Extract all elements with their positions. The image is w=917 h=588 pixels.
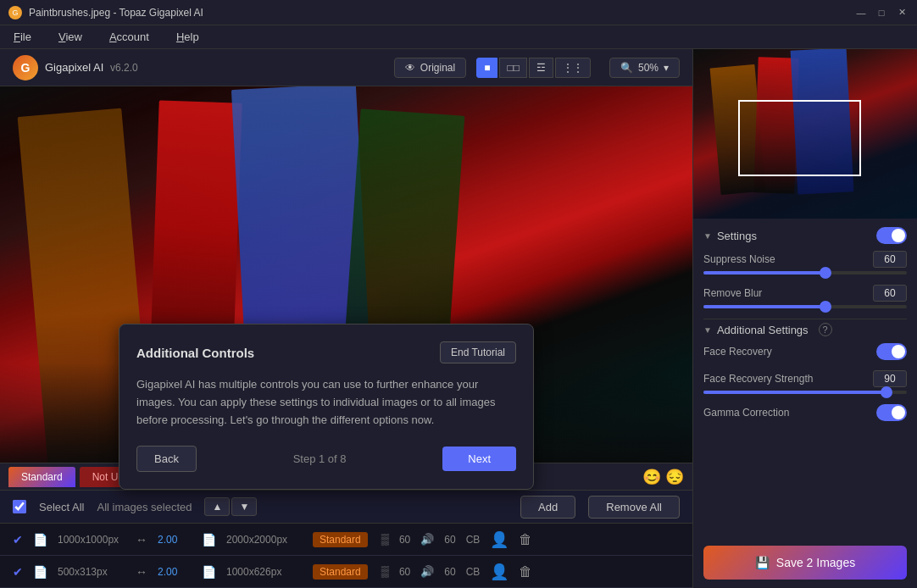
app-icon: G (8, 6, 22, 19)
row-preset-1[interactable]: Standard (313, 532, 368, 547)
minimize-button[interactable]: — (854, 6, 868, 19)
additional-settings-header[interactable]: ▼ Additional Settings ? (703, 323, 907, 336)
suppress-noise-value: 60 (873, 251, 907, 268)
chevron-down-icon: ▾ (664, 62, 669, 74)
tutorial-dialog: Additional Controls End Tutorial Gigapix… (119, 324, 534, 490)
face-recovery-strength-thumb[interactable] (881, 386, 892, 398)
suppress-noise-label-row: Suppress Noise 60 (703, 251, 907, 268)
gamma-correction-label-row: Gamma Correction (703, 404, 907, 421)
settings-toggle-switch[interactable] (876, 227, 907, 244)
settings-toggle (876, 227, 907, 244)
row-preset-2[interactable]: Standard (313, 564, 368, 580)
remove-blur-slider[interactable] (703, 305, 907, 308)
face-recovery-strength-slider[interactable] (703, 391, 907, 394)
face-recovery-strength-label-row: Face Recovery Strength 90 (703, 370, 907, 387)
row-checkbox-2[interactable]: ✔ (13, 565, 23, 579)
row-delete-button-1[interactable]: 🗑 (519, 532, 532, 547)
suppress-noise-thumb[interactable] (820, 267, 831, 279)
menu-account[interactable]: Account (104, 29, 154, 45)
table-row: ✔ 📄 500x313px ↔ 2.00 📄 1000x626px Standa… (0, 556, 692, 588)
face-recovery-row: Face Recovery (703, 343, 907, 360)
sort-down-button[interactable]: ▼ (231, 497, 257, 516)
version-label: v6.2.0 (110, 62, 138, 74)
titlebar-controls: — □ ✕ (854, 6, 909, 19)
view-split-v-button[interactable]: ☲ (529, 58, 553, 78)
end-tutorial-button[interactable]: End Tutorial (440, 341, 516, 363)
scale-icon-1: ↔ (136, 533, 147, 546)
face-recovery-label-row: Face Recovery (703, 343, 907, 360)
face-recovery-strength-row: Face Recovery Strength 90 (703, 370, 907, 394)
row-blur-2: 60 (444, 566, 455, 578)
row-output-size-1: 2000x2000px (226, 534, 303, 546)
remove-blur-thumb[interactable] (820, 301, 831, 313)
menu-help[interactable]: Help (171, 29, 204, 45)
row-scale-2: 2.00 (158, 566, 192, 578)
settings-header[interactable]: ▼ Settings (703, 227, 907, 244)
step-label: Step 1 of 8 (293, 452, 347, 465)
row-blur-1: 60 (444, 534, 455, 546)
row-delete-button-2[interactable]: 🗑 (519, 564, 532, 580)
sort-up-button[interactable]: ▲ (204, 497, 230, 516)
select-all-label: Select All (39, 501, 84, 513)
face-recovery-strength-fill (703, 391, 886, 394)
menu-view[interactable]: View (53, 29, 87, 45)
back-button[interactable]: Back (136, 446, 197, 472)
dialog-title: Additional Controls (136, 346, 254, 360)
menu-file[interactable]: File (8, 29, 36, 45)
happy-emoji[interactable]: 😊 (642, 468, 661, 486)
add-button[interactable]: Add (520, 496, 575, 519)
suppress-noise-fill (703, 271, 825, 275)
zoom-icon: 🔍 (620, 62, 633, 74)
zoom-button[interactable]: 🔍 50% ▾ (609, 58, 680, 78)
view-split-h-button[interactable]: □□ (499, 58, 527, 78)
row-scale-1: 2.00 (158, 534, 192, 546)
row-face-icon-1: 👤 (490, 530, 509, 549)
settings-panel: ▼ Settings Suppress Noise 60 Remove (693, 219, 917, 440)
row-checkbox-1[interactable]: ✔ (13, 533, 23, 546)
menubar: File View Account Help (0, 25, 917, 49)
titlebar-left: G Paintbrushes.jpeg - Topaz Gigapixel AI (8, 6, 203, 19)
row-input-size-1: 1000x1000px (58, 534, 125, 546)
settings-spacer (693, 440, 917, 537)
dialog-header: Additional Controls End Tutorial (136, 341, 516, 363)
main-container: G Gigapixel AI v6.2.0 👁 Original ■ □□ ☲ … (0, 49, 917, 588)
row-file-icon-2: 📄 (33, 565, 47, 579)
suppress-noise-slider[interactable] (703, 271, 907, 275)
divider-1 (703, 319, 907, 319)
original-button[interactable]: 👁 Original (394, 58, 466, 78)
images-list-bar: Select All All images selected ▲ ▼ Add R… (0, 490, 692, 524)
sad-emoji[interactable]: 😔 (665, 468, 684, 486)
maximize-button[interactable]: □ (875, 6, 888, 19)
gamma-correction-toggle[interactable] (876, 404, 907, 421)
thumb-bg (693, 49, 917, 219)
window-title: Paintbrushes.jpeg - Topaz Gigapixel AI (29, 7, 203, 19)
sort-buttons: ▲ ▼ (204, 497, 257, 516)
help-icon[interactable]: ? (819, 323, 832, 336)
selected-count-label: All images selected (97, 501, 192, 513)
face-recovery-toggle[interactable] (876, 343, 907, 360)
save-button[interactable]: 💾 Save 2 Images (703, 546, 907, 580)
gamma-correction-row: Gamma Correction (703, 404, 907, 421)
dialog-body: Gigapixel AI has multiple controls you c… (136, 376, 516, 429)
blur-icon-2: 🔊 (420, 565, 434, 578)
settings-chevron-icon: ▼ (703, 231, 712, 241)
view-single-button[interactable]: ■ (476, 58, 497, 78)
output-icon-1: 📄 (202, 533, 216, 546)
blur-icon-1: 🔊 (420, 533, 434, 546)
logo-text: Gigapixel AI v6.2.0 (45, 61, 138, 74)
select-all-checkbox[interactable] (13, 500, 26, 513)
remove-blur-label-row: Remove Blur 60 (703, 285, 907, 302)
row-output-size-2: 1000x626px (226, 566, 303, 578)
row-cb-2: CB (466, 566, 481, 578)
face-recovery-strength-value: 90 (873, 370, 907, 387)
remove-all-button[interactable]: Remove All (588, 496, 680, 519)
view-grid-button[interactable]: ⋮⋮ (555, 58, 591, 78)
row-noise-1: 60 (399, 534, 410, 546)
row-file-icon-1: 📄 (33, 533, 47, 546)
tab-standard[interactable]: Standard (8, 467, 75, 487)
remove-blur-fill (703, 305, 825, 308)
dialog-footer: Back Step 1 of 8 Next (136, 446, 516, 472)
close-button[interactable]: ✕ (895, 6, 909, 19)
next-button[interactable]: Next (442, 447, 516, 471)
output-icon-2: 📄 (202, 565, 216, 579)
